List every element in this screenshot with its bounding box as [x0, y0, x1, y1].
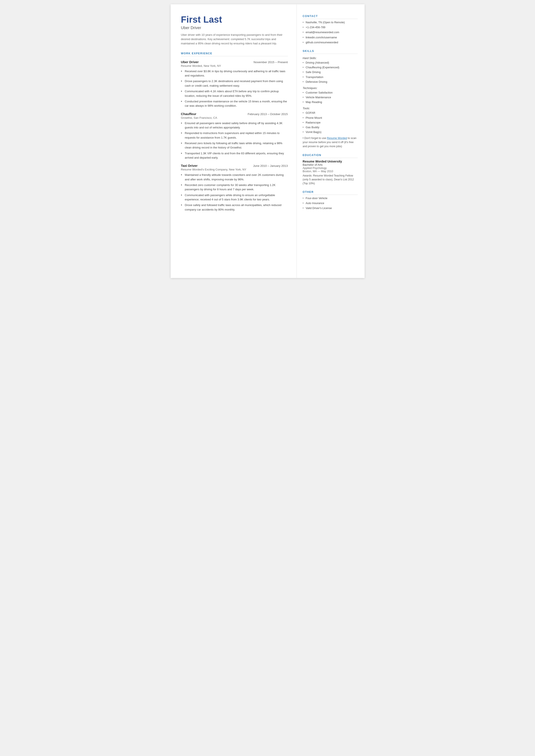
contact-section: CONTACT Nashville, TN (Open to Remote) +…: [303, 14, 358, 44]
other-list: Four-door Vehicle Auto Insurance Valid D…: [303, 196, 358, 210]
list-item: Nashville, TN (Open to Remote): [303, 20, 358, 24]
list-item: Conducted preventive maintenance on the …: [181, 99, 288, 108]
list-item: Gas Buddy: [303, 125, 358, 129]
list-item: Phone Mount: [303, 116, 358, 120]
job-1-dates: November 2015 – Present: [254, 61, 288, 64]
other-section: OTHER Four-door Vehicle Auto Insurance V…: [303, 190, 358, 210]
edu-field: Applied Psychology: [303, 166, 358, 170]
list-item: linkedin.com/in/username: [303, 35, 358, 40]
job-3-header: Taxi Driver June 2010 – January 2013: [181, 164, 288, 167]
work-experience-label: WORK EXPERIENCE: [181, 52, 288, 56]
contact-list: Nashville, TN (Open to Remote) +1-234-45…: [303, 20, 358, 44]
job-2-header: Chauffeur February 2013 – October 2015: [181, 112, 288, 116]
job-3-title: Taxi Driver: [181, 164, 198, 167]
tools-list: GOFAR Phone Mount Radarscope Gas Buddy V…: [303, 111, 358, 134]
resume-page: First Last Uber Driver Uber driver with …: [171, 4, 365, 278]
job-title-heading: Uber Driver: [181, 25, 288, 30]
list-item: Responded to instructions from superviso…: [181, 131, 288, 140]
techniques-list: Customer Satisfaction Vehicle Maintenanc…: [303, 91, 358, 104]
job-2-company: Growthsi, San Francisco, CA: [181, 116, 288, 119]
skills-note-prefix: Don't forget to use: [304, 137, 327, 140]
other-label: OTHER: [303, 190, 358, 195]
right-column: CONTACT Nashville, TN (Open to Remote) +…: [297, 4, 365, 278]
edu-awards: Awards: Resume Worded Teaching Fellow (o…: [303, 174, 358, 185]
list-item: Ensured all passengers were seated safel…: [181, 121, 288, 130]
list-item: Received zero tickets by following all t…: [181, 141, 288, 150]
list-item: Customer Satisfaction: [303, 91, 358, 95]
education-label: EDUCATION: [303, 154, 358, 158]
job-3-company: Resume Worded's Exciting Company, New Yo…: [181, 168, 288, 171]
job-3: Taxi Driver June 2010 – January 2013 Res…: [181, 164, 288, 212]
left-column: First Last Uber Driver Uber driver with …: [171, 4, 297, 278]
list-item: github.com/resumeworded: [303, 40, 358, 44]
education-section: EDUCATION Resume Worded University Bache…: [303, 154, 358, 185]
list-item: Four-door Vehicle: [303, 196, 358, 200]
list-item: Transportation: [303, 75, 358, 79]
job-1: Uber Driver November 2015 – Present Resu…: [181, 60, 288, 108]
list-item: Radarscope: [303, 121, 358, 125]
contact-label: CONTACT: [303, 14, 358, 19]
skills-tools-label: Tools:: [303, 107, 358, 110]
job-1-header: Uber Driver November 2015 – Present: [181, 60, 288, 64]
list-item: Received over $3.8K in tips by driving c…: [181, 69, 288, 78]
list-item: Driving (Advanced): [303, 61, 358, 65]
job-1-bullets: Received over $3.8K in tips by driving c…: [181, 69, 288, 108]
job-2-dates: February 2013 – October 2015: [248, 113, 288, 116]
job-1-title: Uber Driver: [181, 60, 199, 64]
job-1-company: Resume Worded, New York, NY: [181, 64, 288, 68]
summary-text: Uber driver with 10 years of experience …: [181, 33, 288, 46]
skills-note: • Don't forget to use Resume Worded to s…: [303, 136, 358, 148]
list-item: Communicated with 4.1K riders about ETA …: [181, 89, 288, 98]
job-3-bullets: Maintained a friendly attitude towards c…: [181, 173, 288, 212]
list-item: email@resumeworded.com: [303, 30, 358, 34]
job-3-dates: June 2010 – January 2013: [253, 164, 288, 167]
list-item: Maintained a friendly attitude towards c…: [181, 173, 288, 182]
list-item: Map Reading: [303, 100, 358, 104]
list-item: Chauffeuring (Experienced): [303, 65, 358, 70]
edu-school: Resume Worded University: [303, 160, 358, 163]
list-item: Auto Insurance: [303, 201, 358, 205]
job-2: Chauffeur February 2013 – October 2015 G…: [181, 112, 288, 160]
full-name: First Last: [181, 14, 288, 25]
resume-worded-link[interactable]: Resume Worded: [327, 137, 347, 140]
skills-hardskills-label: Hard Skills:: [303, 56, 358, 60]
list-item: Safe Driving: [303, 70, 358, 74]
list-item: Drove safely and followed traffic laws a…: [181, 203, 288, 212]
list-item: Drove passengers to 2.3K destinations an…: [181, 79, 288, 88]
skills-label: SKILLS: [303, 49, 358, 54]
list-item: Recorded zero customer complaints for 30…: [181, 183, 288, 192]
skills-section: SKILLS Hard Skills: Driving (Advanced) C…: [303, 49, 358, 149]
list-item: Vehicle Maintenance: [303, 95, 358, 99]
list-item: Communicated with passengers while drivi…: [181, 193, 288, 202]
list-item: +1-234-456-789: [303, 25, 358, 29]
job-2-title: Chauffeur: [181, 112, 196, 116]
hard-skills-list: Driving (Advanced) Chauffeuring (Experie…: [303, 61, 358, 84]
name-title-block: First Last Uber Driver: [181, 14, 288, 30]
list-item: Transported 1.3K VIP clients to and from…: [181, 151, 288, 160]
list-item: GOFAR: [303, 111, 358, 115]
job-2-bullets: Ensured all passengers were seated safel…: [181, 121, 288, 160]
list-item: Vomit Bag(s): [303, 130, 358, 134]
list-item: Valid Driver's License: [303, 206, 358, 210]
edu-dates: Boston, MA — May 2010: [303, 170, 358, 173]
list-item: Defensive Driving: [303, 80, 358, 84]
edu-degree: Bachelor of Arts: [303, 163, 358, 166]
skills-techniques-label: Techniques:: [303, 86, 358, 90]
